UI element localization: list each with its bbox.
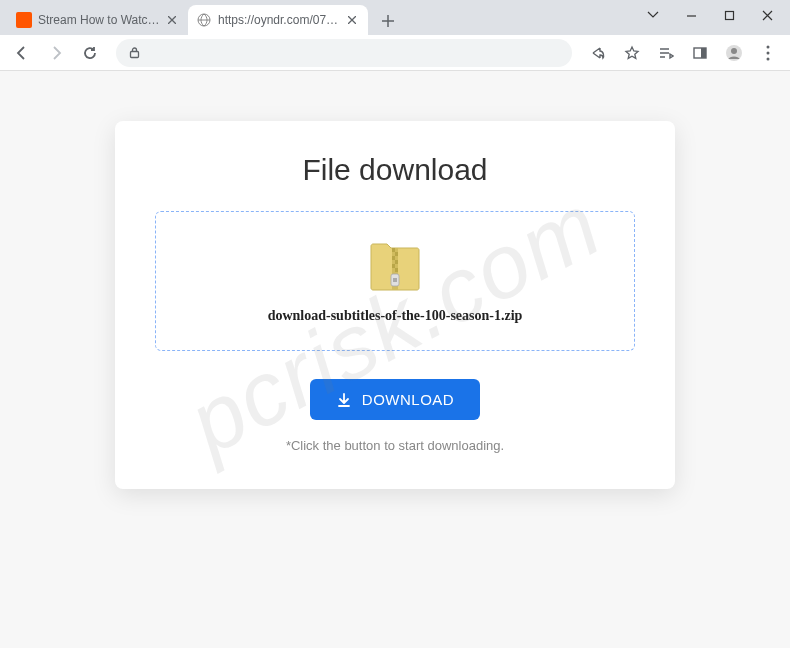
close-window-button[interactable] xyxy=(752,0,782,30)
svg-rect-12 xyxy=(395,252,398,256)
toolbar-actions xyxy=(584,39,782,67)
svg-rect-4 xyxy=(701,48,706,58)
svg-point-8 xyxy=(767,51,770,54)
svg-rect-18 xyxy=(393,278,397,282)
back-button[interactable] xyxy=(8,39,36,67)
svg-rect-14 xyxy=(395,260,398,264)
file-name: download-subtitles-of-the-100-season-1.z… xyxy=(176,308,614,324)
playlist-icon[interactable] xyxy=(652,39,680,67)
download-hint: *Click the button to start downloading. xyxy=(155,438,635,453)
svg-rect-16 xyxy=(395,268,398,272)
download-icon xyxy=(336,392,352,408)
download-button-label: DOWNLOAD xyxy=(362,391,454,408)
soundcloud-favicon xyxy=(16,12,32,28)
minimize-button[interactable] xyxy=(676,0,706,30)
zip-folder-icon xyxy=(369,236,421,292)
svg-point-7 xyxy=(767,45,770,48)
tab-strip: Stream How to Watch The 100 S… https://o… xyxy=(0,0,638,35)
browser-toolbar xyxy=(0,35,790,71)
close-icon[interactable] xyxy=(164,12,180,28)
svg-rect-2 xyxy=(131,52,139,58)
bookmark-star-icon[interactable] xyxy=(618,39,646,67)
close-icon[interactable] xyxy=(344,12,360,28)
menu-dots-icon[interactable] xyxy=(754,39,782,67)
svg-rect-1 xyxy=(725,11,733,19)
page-title: File download xyxy=(155,153,635,187)
page-content: File download download-subtitles-of-the-… xyxy=(0,71,790,648)
profile-avatar-icon[interactable] xyxy=(720,39,748,67)
svg-point-6 xyxy=(731,48,737,54)
browser-titlebar: Stream How to Watch The 100 S… https://o… xyxy=(0,0,790,35)
side-panel-icon[interactable] xyxy=(686,39,714,67)
svg-rect-15 xyxy=(392,264,395,268)
window-controls xyxy=(638,0,790,30)
share-icon[interactable] xyxy=(584,39,612,67)
lock-icon xyxy=(128,46,141,59)
tab-inactive[interactable]: Stream How to Watch The 100 S… xyxy=(8,5,188,35)
svg-rect-13 xyxy=(392,256,395,260)
file-box: download-subtitles-of-the-100-season-1.z… xyxy=(155,211,635,351)
new-tab-button[interactable] xyxy=(374,7,402,35)
chevron-down-icon[interactable] xyxy=(638,0,668,30)
download-button[interactable]: DOWNLOAD xyxy=(310,379,480,420)
reload-button[interactable] xyxy=(76,39,104,67)
globe-favicon xyxy=(196,12,212,28)
svg-point-9 xyxy=(767,57,770,60)
tab-active[interactable]: https://oyndr.com/075d9b86e5a… xyxy=(188,5,368,35)
address-bar[interactable] xyxy=(116,39,572,67)
maximize-button[interactable] xyxy=(714,0,744,30)
svg-rect-11 xyxy=(392,248,395,252)
download-card: File download download-subtitles-of-the-… xyxy=(115,121,675,489)
tab-title: https://oyndr.com/075d9b86e5a… xyxy=(218,13,340,27)
forward-button[interactable] xyxy=(42,39,70,67)
tab-title: Stream How to Watch The 100 S… xyxy=(38,13,160,27)
